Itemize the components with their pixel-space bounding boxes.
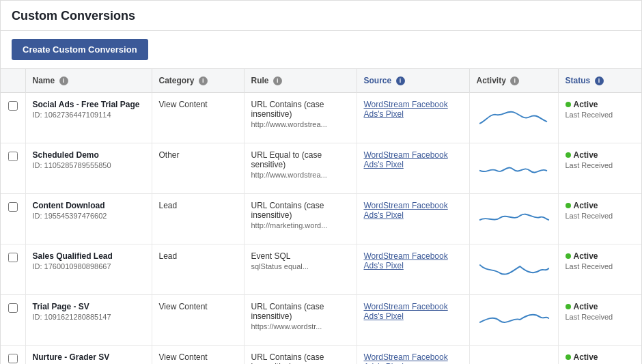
row-checkbox[interactable] <box>8 101 18 111</box>
sparkline-chart <box>477 201 552 235</box>
row-name-cell: Sales Qualified Lead ID: 176001098089866… <box>25 244 152 295</box>
row-checkbox[interactable] <box>8 202 18 212</box>
row-checkbox-cell <box>1 244 25 295</box>
last-received: Last Received <box>566 212 637 220</box>
status-active: Active <box>566 201 637 210</box>
source-link[interactable]: WordStream Facebook Ads's Pixel <box>364 201 448 220</box>
category-value: View Content <box>159 100 208 109</box>
rule-title: URL Contains (case insensitive) <box>251 352 350 364</box>
status-label: Active <box>574 302 598 311</box>
source-info-icon: i <box>396 76 405 85</box>
row-name-cell: Nurture - Grader SV ID: 150030082111570 <box>25 346 152 364</box>
row-rule-cell: URL Equal to (case sensitive) http://www… <box>244 143 357 194</box>
item-name: Scheduled Demo <box>33 150 145 160</box>
rule-value: http://www.wordstrea... <box>251 171 350 179</box>
item-id: ID: 1105285789555850 <box>33 161 145 169</box>
source-link[interactable]: WordStream Facebook Ads's Pixel <box>364 251 448 270</box>
conversions-table: Name i Category i Rule i Source i Activi… <box>1 69 641 364</box>
rule-value: sqlStatus equal... <box>251 262 350 270</box>
row-activity-cell <box>469 346 558 364</box>
row-source-cell: WordStream Facebook Ads's Pixel <box>357 346 469 364</box>
category-value: Lead <box>159 251 178 261</box>
rule-value: http://marketing.word... <box>251 221 350 229</box>
table-header: Name i Category i Rule i Source i Activi… <box>1 69 641 93</box>
rule-title: URL Contains (case insensitive) <box>251 100 350 119</box>
col-header-source: Source i <box>357 69 469 93</box>
row-checkbox-cell <box>1 346 25 364</box>
row-name-cell: Trial Page - SV ID: 1091621280885147 <box>25 295 152 346</box>
col-header-status: Status i <box>558 69 641 93</box>
col-header-check <box>1 69 25 93</box>
row-source-cell: WordStream Facebook Ads's Pixel <box>357 143 469 194</box>
table-row: Social Ads - Free Trial Page ID: 1062736… <box>1 93 641 143</box>
status-active: Active <box>566 302 637 311</box>
row-rule-cell: URL Contains (case insensitive) http://w… <box>244 346 357 364</box>
row-name-cell: Scheduled Demo ID: 1105285789555850 <box>25 143 152 194</box>
create-custom-conversion-button[interactable]: Create Custom Conversion <box>12 39 148 60</box>
row-source-cell: WordStream Facebook Ads's Pixel <box>357 194 469 244</box>
row-status-cell: Active Last Received <box>558 346 641 364</box>
sparkline-chart <box>477 352 552 364</box>
row-checkbox[interactable] <box>8 152 18 161</box>
status-active: Active <box>566 352 637 362</box>
row-status-cell: Active Last Received <box>558 93 641 143</box>
category-value: View Content <box>159 302 208 311</box>
status-label: Active <box>574 251 598 261</box>
row-category-cell: View Content <box>152 295 244 346</box>
item-id: ID: 195545397476602 <box>33 212 145 220</box>
status-dot <box>566 152 571 158</box>
status-label: Active <box>574 352 598 362</box>
sparkline-chart <box>477 150 552 184</box>
col-header-rule: Rule i <box>244 69 357 93</box>
source-link[interactable]: WordStream Facebook Ads's Pixel <box>364 302 448 321</box>
row-checkbox[interactable] <box>8 354 18 363</box>
status-label: Active <box>574 150 598 160</box>
row-source-cell: WordStream Facebook Ads's Pixel <box>357 93 469 143</box>
row-checkbox-cell <box>1 194 25 244</box>
name-info-icon: i <box>59 76 68 85</box>
last-received: Last Received <box>566 313 637 321</box>
item-id: ID: 1091621280885147 <box>33 313 145 321</box>
row-rule-cell: Event SQL sqlStatus equal... <box>244 244 357 295</box>
row-activity-cell <box>469 194 558 244</box>
status-dot <box>566 253 571 259</box>
row-category-cell: View Content <box>152 93 244 143</box>
table-row: Sales Qualified Lead ID: 176001098089866… <box>1 244 641 295</box>
table-container: Name i Category i Rule i Source i Activi… <box>1 69 641 364</box>
status-active: Active <box>566 251 637 261</box>
row-checkbox-cell <box>1 143 25 194</box>
source-link[interactable]: WordStream Facebook Ads's Pixel <box>364 150 448 169</box>
table-row: Nurture - Grader SV ID: 150030082111570V… <box>1 346 641 364</box>
status-info-icon: i <box>595 76 604 85</box>
row-checkbox[interactable] <box>8 253 18 262</box>
source-link[interactable]: WordStream Facebook Ads's Pixel <box>364 352 448 364</box>
row-status-cell: Active Last Received <box>558 143 641 194</box>
row-name-cell: Content Download ID: 195545397476602 <box>25 194 152 244</box>
row-activity-cell <box>469 295 558 346</box>
page-header: Custom Conversions <box>1 1 641 31</box>
category-value: View Content <box>159 352 208 362</box>
row-category-cell: Lead <box>152 194 244 244</box>
row-category-cell: View Content <box>152 346 244 364</box>
status-label: Active <box>574 100 598 109</box>
row-activity-cell <box>469 244 558 295</box>
category-value: Other <box>159 150 180 160</box>
row-checkbox-cell <box>1 295 25 346</box>
category-value: Lead <box>159 201 178 210</box>
row-checkbox[interactable] <box>8 303 18 313</box>
row-activity-cell <box>469 143 558 194</box>
col-header-activity: Activity i <box>469 69 558 93</box>
last-received: Last Received <box>566 262 637 270</box>
rule-title: URL Equal to (case sensitive) <box>251 150 350 169</box>
last-received: Last Received <box>566 111 637 119</box>
status-label: Active <box>574 201 598 210</box>
row-rule-cell: URL Contains (case insensitive) https://… <box>244 295 357 346</box>
item-name: Trial Page - SV <box>33 302 145 311</box>
rule-value: http://www.wordstrea... <box>251 120 350 128</box>
item-id: ID: 1062736447109114 <box>33 111 145 119</box>
source-link[interactable]: WordStream Facebook Ads's Pixel <box>364 100 448 119</box>
page-title: Custom Conversions <box>12 9 630 23</box>
rule-title: URL Contains (case insensitive) <box>251 201 350 220</box>
table-body: Social Ads - Free Trial Page ID: 1062736… <box>1 93 641 364</box>
table-row: Scheduled Demo ID: 1105285789555850Other… <box>1 143 641 194</box>
